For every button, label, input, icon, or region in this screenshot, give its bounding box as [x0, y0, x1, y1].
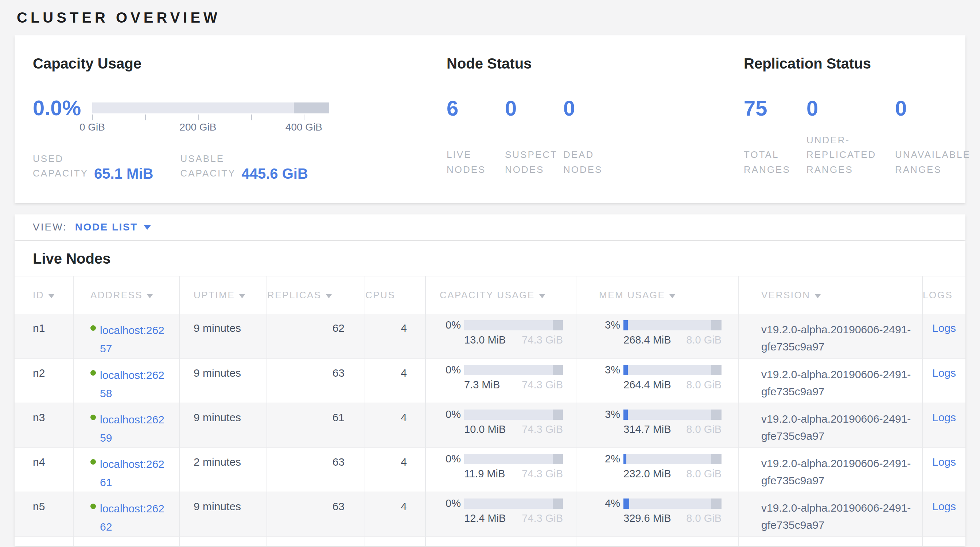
column-header-cpus: CPUS: [365, 276, 425, 314]
mem-usage-bar: [624, 320, 722, 331]
column-header-version[interactable]: VERSION: [738, 276, 923, 314]
mem-bar-reserved-segment: [711, 454, 722, 464]
node-replicas: 61: [267, 403, 365, 447]
node-version: v19.2.0-alpha.20190606-2491- gfe735c9a97: [761, 413, 911, 442]
capacity-usage-bar: [464, 365, 563, 375]
mem-total-value: 8.0 GiB: [686, 379, 722, 391]
mem-bar-used-segment: [624, 498, 629, 509]
mem-usage-percent: 2%: [599, 453, 620, 465]
table-row-partial: [14, 536, 966, 546]
column-header-mem-usage[interactable]: MEM USAGE: [576, 276, 738, 314]
mem-total-value: 8.0 GiB: [686, 423, 722, 436]
capacity-usage-meter: 0%: [440, 364, 563, 376]
node-replicas: 63: [267, 358, 365, 403]
node-cpus: 4: [365, 403, 425, 447]
column-header-label: REPLICAS: [267, 289, 321, 301]
capacity-usage-bar: [464, 320, 563, 331]
node-address-link[interactable]: localhost:26257: [100, 321, 170, 357]
node-id: n4: [14, 447, 73, 492]
node-address-link[interactable]: localhost:26261: [100, 455, 170, 491]
mem-bar-used-segment: [624, 320, 628, 331]
node-logs-link[interactable]: Logs: [932, 367, 956, 379]
capacity-stat: USABLE CAPACITY445.6 GiB: [180, 151, 308, 181]
mem-usage-percent: 3%: [599, 319, 620, 331]
stat-label: USED CAPACITY: [33, 151, 88, 181]
capacity-usage-percent: 0%: [440, 364, 461, 376]
node-replicas: 63: [267, 492, 365, 536]
capacity-total-value: 74.3 GiB: [522, 468, 563, 480]
node-status-heading: Node Status: [447, 56, 531, 72]
column-header-address[interactable]: ADDRESS: [73, 276, 180, 314]
node-logs-link[interactable]: Logs: [932, 500, 956, 512]
capacity-stat: USED CAPACITY65.1 MiB: [33, 151, 153, 181]
column-header-label: ID: [33, 289, 44, 301]
node-uptime: 9 minutes: [180, 403, 267, 447]
capacity-gauge-ticks: [92, 114, 329, 121]
capacity-usage-meter: 0%: [440, 409, 563, 420]
column-header-replicas[interactable]: REPLICAS: [267, 276, 365, 314]
summary-stat: 0UNAVAILABLE RANGES: [895, 97, 979, 177]
node-live-dot: [91, 459, 96, 464]
column-header-id[interactable]: ID: [14, 276, 73, 314]
table-row: n3 localhost:26259 9 minutes 61 4 0% 10.…: [14, 403, 966, 447]
node-replicas: 63: [267, 447, 365, 492]
capacity-bar-reserved-segment: [553, 498, 563, 509]
nodes-table-body: n1 localhost:26257 9 minutes 62 4 0% 13.…: [14, 314, 966, 546]
stat-label: SUSPECT NODES: [505, 147, 563, 177]
caret-down-icon: [144, 225, 151, 230]
sort-arrow-icon: [147, 294, 153, 298]
capacity-usage-percent: 0%: [440, 409, 461, 420]
node-uptime: 9 minutes: [180, 492, 267, 536]
mem-usage-percent: 3%: [599, 409, 620, 420]
capacity-stats: USED CAPACITY65.1 MiBUSABLE CAPACITY445.…: [33, 151, 308, 181]
column-header-capacity-usage[interactable]: CAPACITY USAGE: [425, 276, 576, 314]
capacity-used-value: 7.3 MiB: [464, 379, 500, 391]
node-address-link[interactable]: localhost:26259: [100, 410, 170, 447]
node-cpus: 4: [365, 492, 425, 536]
mem-total-value: 8.0 GiB: [686, 512, 722, 525]
column-header-uptime[interactable]: UPTIME: [180, 276, 267, 314]
node-logs-link[interactable]: Logs: [932, 411, 956, 423]
mem-total-value: 8.0 GiB: [686, 334, 722, 346]
column-header-label: VERSION: [761, 289, 810, 301]
mem-usage-bar: [624, 454, 722, 464]
capacity-used-value: 10.0 MiB: [464, 423, 506, 436]
node-address-link[interactable]: localhost:26258: [100, 366, 170, 402]
node-live-dot: [91, 325, 96, 331]
capacity-bar-reserved-segment: [553, 454, 563, 464]
node-uptime: 2 minutes: [180, 447, 267, 492]
summary-stat: 0DEAD NODES: [563, 97, 633, 177]
node-cpus: 4: [365, 447, 425, 492]
gauge-tick-label: 0 GiB: [80, 121, 105, 133]
node-logs-link[interactable]: Logs: [932, 322, 956, 334]
node-live-dot: [91, 415, 96, 420]
mem-total-value: 8.0 GiB: [686, 468, 722, 480]
capacity-usage-bar: [464, 498, 563, 509]
node-list-dropdown[interactable]: NODE LIST: [75, 221, 151, 233]
summary-stat: 0UNDER- REPLICATED RANGES: [807, 97, 895, 177]
node-live-dot: [91, 370, 96, 375]
capacity-gauge-reserved-segment: [294, 102, 329, 113]
mem-usage-percent: 3%: [599, 364, 620, 376]
node-id: n1: [14, 314, 73, 358]
mem-usage-meter: 2%: [599, 453, 722, 465]
column-header-label: CPUS: [365, 289, 395, 301]
stat-value: 445.6 GiB: [242, 165, 308, 182]
node-logs-link[interactable]: Logs: [932, 456, 956, 468]
mem-usage-bar: [624, 410, 722, 420]
capacity-bar-reserved-segment: [553, 365, 563, 375]
mem-usage-percent: 4%: [599, 498, 620, 509]
column-header-label: ADDRESS: [91, 289, 143, 301]
node-version: v19.2.0-alpha.20190606-2491- gfe735c9a97: [761, 457, 911, 487]
column-header-label: LOGS: [923, 289, 953, 301]
mem-bar-used-segment: [624, 454, 626, 464]
gauge-tick-label: 200 GiB: [180, 121, 216, 133]
capacity-usage-heading: Capacity Usage: [33, 56, 142, 72]
capacity-gauge-bar: [92, 102, 329, 113]
view-bar: VIEW: NODE LIST: [14, 215, 966, 240]
page-title: CLUSTER OVERVIEW: [0, 0, 980, 26]
capacity-used-value: 13.0 MiB: [464, 334, 506, 346]
stat-label: UNAVAILABLE RANGES: [895, 147, 979, 177]
summary-stat: 6LIVE NODES: [447, 97, 505, 177]
node-address-link[interactable]: localhost:26262: [100, 499, 170, 536]
